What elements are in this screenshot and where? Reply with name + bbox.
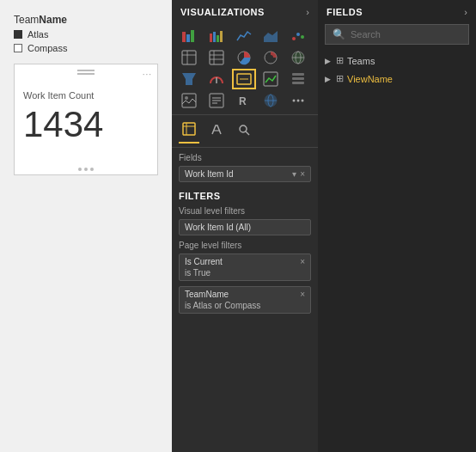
svg-line-50 <box>246 131 249 135</box>
tree-grid-icon-viewname: ⊞ <box>336 73 344 84</box>
viz-icon-clustered-bar[interactable] <box>204 26 229 46</box>
svg-rect-45 <box>183 123 195 135</box>
viz-icon-kpi[interactable] <box>259 69 283 89</box>
viz-panel-title: VISUALIZATIONS <box>180 7 265 17</box>
svg-point-49 <box>240 125 247 132</box>
svg-point-10 <box>301 35 304 39</box>
fields-header-arrow-icon[interactable]: › <box>464 7 467 17</box>
field-pill-controls: ▾ × <box>292 169 305 179</box>
viz-icon-card[interactable] <box>232 69 256 89</box>
svg-text:R: R <box>239 95 247 107</box>
tree-item-teams[interactable]: ▶ ⊞ Teams <box>318 52 476 70</box>
viz-icon-grid: R <box>172 24 318 113</box>
viz-icon-stacked-bar[interactable] <box>177 26 201 46</box>
legend-swatch-compass <box>14 44 22 52</box>
viz-icon-funnel[interactable] <box>177 69 201 89</box>
resize-dot-3 <box>90 168 94 171</box>
viz-icon-globe[interactable] <box>259 90 283 111</box>
visual-level-filters-label: Visual level filters <box>179 206 311 216</box>
filters-title: FILTERS <box>179 191 311 201</box>
svg-marker-7 <box>264 31 278 42</box>
filter-name-is-current: Is Current <box>185 257 223 266</box>
tab-fields[interactable] <box>179 119 199 144</box>
svg-point-8 <box>292 37 296 40</box>
filters-section: FILTERS Visual level filters Work Item I… <box>172 186 318 452</box>
tree-item-viewname[interactable]: ▶ ⊞ ViewName <box>318 70 476 88</box>
filter-close-teamname[interactable]: × <box>300 290 305 299</box>
svg-rect-0 <box>182 32 186 42</box>
search-box[interactable]: 🔍 <box>325 24 469 45</box>
viz-icon-r[interactable]: R <box>232 90 256 111</box>
filter-close-is-current[interactable]: × <box>300 257 305 266</box>
field-close-icon[interactable]: × <box>300 169 305 179</box>
field-pill-name: Work Item Id <box>185 169 234 179</box>
svg-point-43 <box>297 100 300 102</box>
viz-icon-textbox[interactable] <box>204 90 229 111</box>
tab-format[interactable] <box>206 119 227 143</box>
filter-header-is-current: Is Current × <box>185 257 305 266</box>
svg-rect-30 <box>292 77 304 80</box>
fields-panel-title: FIELDS <box>326 7 363 17</box>
page-filter-is-current[interactable]: Is Current × is True <box>179 253 311 281</box>
svg-rect-6 <box>220 31 223 42</box>
svg-rect-4 <box>213 32 216 42</box>
svg-rect-11 <box>182 51 196 64</box>
tree-arrow-viewname: ▶ <box>325 75 331 83</box>
svg-point-44 <box>302 100 304 102</box>
tree-label-viewname: ViewName <box>347 74 393 84</box>
viz-icon-area[interactable] <box>259 26 283 46</box>
svg-rect-1 <box>186 34 190 42</box>
filter-name-teamname: TeamName <box>185 290 229 299</box>
card-resize-handle[interactable] <box>78 168 94 171</box>
search-icon: 🔍 <box>333 28 345 40</box>
page-filter-teamname[interactable]: TeamName × is Atlas or Compass <box>179 286 311 314</box>
card-label: Work Item Count <box>23 90 94 101</box>
svg-rect-14 <box>210 51 223 64</box>
field-dropdown-icon[interactable]: ▾ <box>292 169 296 179</box>
viz-header-arrow-icon[interactable]: › <box>306 7 309 17</box>
viz-icon-slicer[interactable] <box>286 69 310 89</box>
resize-dot-1 <box>78 168 82 171</box>
viz-icon-pie[interactable] <box>232 47 256 68</box>
legend-item-atlas: Atlas <box>14 29 158 40</box>
tree-label-teams: Teams <box>347 56 375 66</box>
viz-icon-matrix[interactable] <box>204 47 229 68</box>
left-panel: TeamName Atlas Compass ··· Work Item Cou… <box>0 0 172 452</box>
fields-section: Fields Work Item Id ▾ × <box>172 148 318 186</box>
viz-header: VISUALIZATIONS › <box>172 0 318 24</box>
svg-marker-24 <box>182 73 196 85</box>
viz-icon-line[interactable] <box>232 26 256 46</box>
work-item-card: ··· Work Item Count 1434 <box>14 64 158 175</box>
viz-icon-more[interactable] <box>286 90 310 111</box>
handle-bar-2 <box>77 73 95 75</box>
viz-icon-table[interactable] <box>177 47 201 68</box>
svg-point-42 <box>293 100 296 102</box>
viz-icon-map[interactable] <box>286 47 310 68</box>
viz-icon-donut[interactable] <box>259 47 283 68</box>
visualizations-panel: VISUALIZATIONS › <box>172 0 318 452</box>
fields-section-label: Fields <box>179 153 311 162</box>
filter-value-is-current: is True <box>185 268 305 278</box>
filter-header-teamname: TeamName × <box>185 290 305 299</box>
svg-point-33 <box>185 96 188 100</box>
viz-icon-image[interactable] <box>177 90 201 111</box>
fields-header: FIELDS › <box>318 0 476 24</box>
fields-panel: FIELDS › 🔍 ▶ ⊞ Teams ▶ ⊞ ViewName <box>318 0 476 452</box>
svg-rect-3 <box>210 34 212 42</box>
visual-filter-work-item-id[interactable]: Work Item Id (All) <box>179 219 311 235</box>
viz-icon-gauge[interactable] <box>204 69 229 89</box>
svg-rect-2 <box>191 30 194 42</box>
svg-rect-31 <box>292 82 304 84</box>
card-menu-dots[interactable]: ··· <box>143 70 152 79</box>
legend-item-compass: Compass <box>14 43 158 53</box>
viz-icon-scatter[interactable] <box>286 26 310 46</box>
work-item-id-pill[interactable]: Work Item Id ▾ × <box>179 166 311 182</box>
handle-bar-1 <box>77 70 95 71</box>
tree-arrow-teams: ▶ <box>325 57 331 65</box>
svg-point-9 <box>296 33 300 36</box>
legend: TeamName Atlas Compass <box>14 14 158 53</box>
tree-grid-icon-teams: ⊞ <box>336 55 344 66</box>
tab-analytics[interactable] <box>234 119 254 143</box>
search-input[interactable] <box>351 29 469 40</box>
filter-value-teamname: is Atlas or Compass <box>185 301 305 310</box>
